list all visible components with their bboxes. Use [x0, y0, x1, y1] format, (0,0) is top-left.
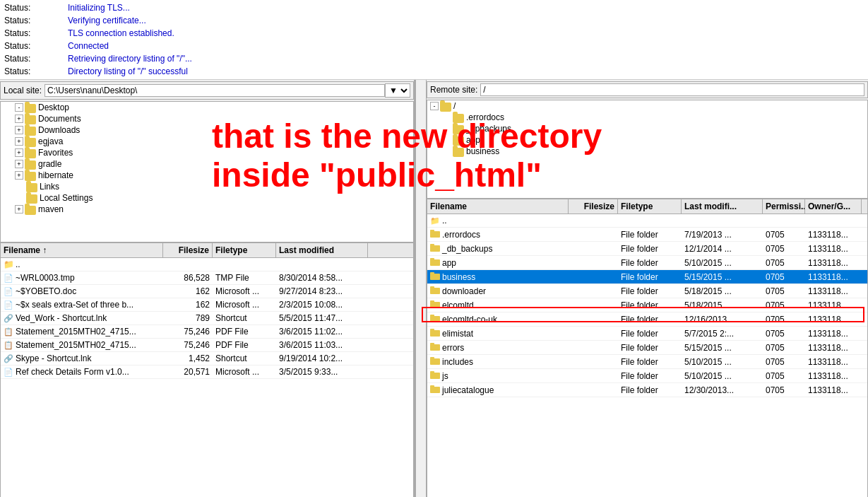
local-file-row[interactable]: 📄Ref check Details Form v1.0... 20,571 M…: [1, 366, 413, 379]
local-tree-item[interactable]: +Documents: [1, 113, 413, 124]
file-modified: [276, 264, 368, 265]
expand-btn[interactable]: +: [15, 148, 23, 157]
remote-file-name: business: [427, 271, 569, 283]
remote-file-owner: 1133118...: [805, 271, 862, 283]
local-file-list[interactable]: 📁.. 📄~WRL0003.tmp 86,528 TMP File 8/30/2…: [0, 257, 414, 497]
local-file-header: Filename ↑ Filesize Filetype Last modifi…: [0, 242, 414, 257]
remote-tree-item[interactable]: .errordocs: [427, 112, 867, 123]
remote-file-modified: 5/10/2015 ...: [682, 370, 763, 382]
remote-file-size: [569, 234, 618, 235]
col-filesize-header[interactable]: Filesize: [163, 243, 213, 257]
expand-btn[interactable]: -: [15, 103, 23, 112]
svg-rect-3: [430, 244, 434, 246]
local-tree[interactable]: -Desktop+Documents+Downloads+egjava+Favo…: [0, 101, 414, 242]
file-modified: 9/27/2014 8:23...: [276, 286, 368, 297]
tree-item-label: hibernate: [38, 170, 73, 180]
local-file-row[interactable]: 📁..: [1, 258, 413, 271]
col-remote-filename-header[interactable]: Filename: [427, 199, 569, 214]
remote-site-input[interactable]: [480, 83, 864, 96]
tree-item-label: Downloads: [38, 125, 80, 135]
local-tree-item[interactable]: +hibernate: [1, 170, 413, 181]
remote-file-size: [569, 248, 618, 250]
expand-btn[interactable]: +: [15, 205, 23, 214]
remote-file-perms: 0705: [763, 385, 805, 396]
col-modified-header[interactable]: Last modified: [276, 243, 368, 257]
col-remote-owner-header[interactable]: Owner/G...: [805, 199, 862, 214]
remote-file-size: [569, 262, 618, 264]
col-remote-modified-header[interactable]: Last modifi...: [682, 199, 763, 214]
remote-file-row[interactable]: 📁..: [427, 214, 867, 228]
local-file-row[interactable]: 📄~$YOBETO.doc 162 Microsoft ... 9/27/201…: [1, 285, 413, 298]
col-remote-filesize-header[interactable]: Filesize: [569, 199, 618, 214]
expand-btn[interactable]: +: [15, 115, 23, 123]
local-file-row[interactable]: 🔗Ved_Work - Shortcut.lnk 789 Shortcut 5/…: [1, 312, 413, 325]
expand-btn[interactable]: -: [430, 102, 439, 110]
remote-file-row[interactable]: .errordocs File folder 7/19/2013 ... 070…: [427, 228, 867, 242]
local-site-input[interactable]: [44, 84, 385, 97]
folder-icon: [26, 194, 37, 204]
remote-file-owner: 1133118...: [805, 300, 862, 311]
remote-tree[interactable]: -/.errordocs_cpbackupsappbusiness: [427, 100, 868, 199]
local-site-label: Local site:: [4, 86, 42, 95]
col-remote-perms-header[interactable]: Permissi...: [763, 199, 805, 214]
remote-file-row[interactable]: errors File folder 5/15/2015 ... 0705 11…: [427, 341, 867, 355]
remote-file-name: js: [427, 370, 569, 382]
col-remote-filetype-header[interactable]: Filetype: [618, 199, 682, 214]
svg-rect-11: [430, 300, 434, 303]
local-tree-item[interactable]: Local Settings: [1, 192, 413, 204]
expand-btn[interactable]: +: [15, 137, 23, 146]
local-file-row[interactable]: 🔗Skype - Shortcut.lnk 1,452 Shortcut 9/1…: [1, 352, 413, 366]
remote-file-row[interactable]: juliecatalogue File folder 12/30/2013...…: [427, 383, 867, 397]
remote-file-row[interactable]: elimistat File folder 5/7/2015 2:... 070…: [427, 327, 867, 341]
remote-tree-item[interactable]: business: [427, 146, 867, 157]
remote-file-name: juliecatalogue: [427, 384, 569, 396]
remote-tree-item[interactable]: app: [427, 134, 867, 146]
local-tree-item[interactable]: +Favorites: [1, 147, 413, 158]
file-modified: 3/6/2015 11:02...: [276, 326, 368, 337]
remote-file-modified: 5/18/2015 ...: [682, 286, 763, 297]
local-tree-item[interactable]: +gradle: [1, 158, 413, 170]
remote-file-row[interactable]: js File folder 5/10/2015 ... 0705 113311…: [427, 369, 867, 383]
folder-icon: [25, 172, 36, 181]
local-file-row[interactable]: 📋Statement_2015MTH02_4715... 75,246 PDF …: [1, 325, 413, 339]
shortcut-icon: 🔗: [4, 314, 13, 323]
remote-file-row[interactable]: downloader File folder 5/18/2015 ... 070…: [427, 284, 867, 298]
col-filetype-header[interactable]: Filetype: [213, 243, 276, 257]
svg-rect-7: [430, 272, 434, 274]
local-file-row[interactable]: 📄~WRL0003.tmp 86,528 TMP File 8/30/2014 …: [1, 271, 413, 285]
status-label: Status:: [4, 1, 68, 14]
file-name: 📄Ref check Details Form v1.0...: [1, 366, 163, 378]
col-filename-header[interactable]: Filename ↑: [1, 243, 163, 257]
expand-btn[interactable]: +: [15, 126, 23, 134]
local-file-row[interactable]: 📄~$x seals extra-Set of three b... 162 M…: [1, 298, 413, 312]
expand-btn[interactable]: +: [15, 171, 23, 180]
status-value: Directory listing of "/" successful: [68, 65, 188, 78]
local-tree-item[interactable]: +egjava: [1, 136, 413, 147]
local-file-row[interactable]: 📋Statement_2015MTH02_4715... 75,246 PDF …: [1, 339, 413, 352]
local-tree-item[interactable]: +maven: [1, 204, 413, 215]
local-site-dropdown[interactable]: ▼: [385, 83, 410, 98]
remote-file-row[interactable]: _db_backups File folder 12/1/2014 ... 07…: [427, 242, 867, 256]
svg-rect-22: [430, 387, 440, 393]
remote-file-row[interactable]: elcomltd File folder 5/18/2015 ... 0705 …: [427, 298, 867, 312]
remote-file-list[interactable]: 📁.. .errordocs File folder 7/19/2013 ...…: [427, 214, 868, 497]
svg-rect-1: [430, 230, 434, 232]
expand-btn[interactable]: +: [15, 160, 23, 168]
remote-file-type: File folder: [618, 243, 682, 255]
remote-file-size: [569, 220, 618, 221]
local-tree-item[interactable]: Links: [1, 181, 413, 192]
remote-file-row[interactable]: includes File folder 5/10/2015 ... 0705 …: [427, 355, 867, 369]
remote-file-type: File folder: [618, 300, 682, 311]
svg-rect-4: [430, 259, 440, 266]
remote-file-row[interactable]: business File folder 5/15/2015 ... 0705 …: [427, 270, 867, 284]
remote-tree-item[interactable]: -/: [427, 100, 867, 112]
local-tree-item[interactable]: -Desktop: [1, 102, 413, 113]
remote-tree-item[interactable]: _cpbackups: [427, 123, 867, 134]
tree-item-label: gradle: [38, 159, 61, 169]
remote-file-modified: 12/30/2013...: [682, 385, 763, 396]
remote-file-row[interactable]: app File folder 5/10/2015 ... 0705 11331…: [427, 256, 867, 270]
local-tree-item[interactable]: +Downloads: [1, 124, 413, 136]
main-window: Status:Initializing TLS...Status:Verifyi…: [0, 0, 868, 497]
remote-file-row[interactable]: elcomltd-co-uk File folder 12/16/2013...…: [427, 312, 867, 327]
folder-icon-remote: [430, 286, 440, 296]
